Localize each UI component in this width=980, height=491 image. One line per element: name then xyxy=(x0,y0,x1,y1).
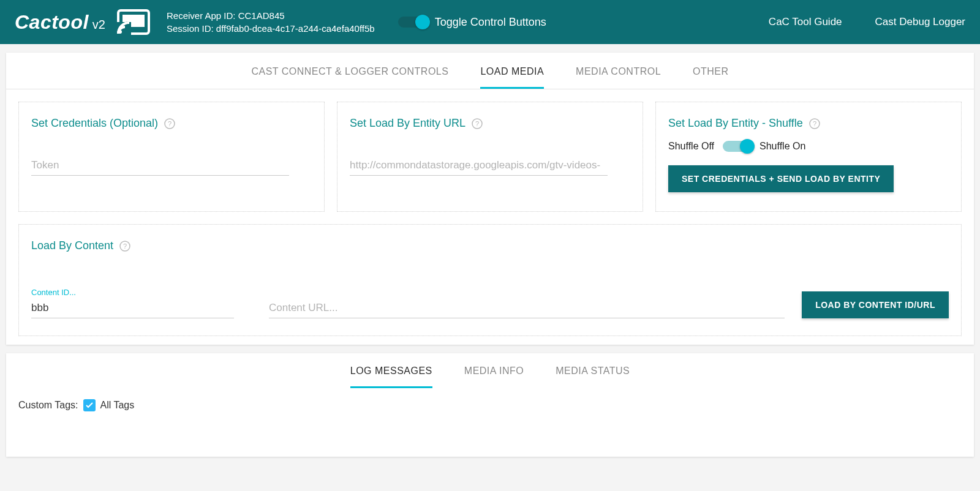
help-icon[interactable]: ? xyxy=(809,118,820,129)
cast-icon[interactable] xyxy=(116,9,151,36)
session-id-label: Session ID: xyxy=(167,23,214,34)
content-url-input[interactable] xyxy=(269,298,785,318)
card-set-credentials: Set Credentials (Optional) ? xyxy=(18,102,325,212)
svg-point-4 xyxy=(118,30,122,34)
tab-media-info[interactable]: MEDIA INFO xyxy=(464,365,524,388)
toggle-control-buttons-switch[interactable] xyxy=(398,17,426,28)
tab-cast-connect[interactable]: CAST CONNECT & LOGGER CONTROLS xyxy=(251,66,448,89)
cast-debug-logger-link[interactable]: Cast Debug Logger xyxy=(875,16,965,28)
load-by-content-button[interactable]: LOAD BY CONTENT ID/URL xyxy=(802,291,949,318)
receiver-id-label: Receiver App ID: xyxy=(167,10,236,21)
entity-url-input[interactable] xyxy=(350,156,608,176)
svg-text:?: ? xyxy=(475,120,479,127)
tab-media-status[interactable]: MEDIA STATUS xyxy=(556,365,630,388)
session-id-value: dff9fab0-dcea-4c17-a244-ca4efa40ff5b xyxy=(216,23,375,34)
log-panel: LOG MESSAGES MEDIA INFO MEDIA STATUS Cus… xyxy=(6,353,974,457)
all-tags-checkbox[interactable] xyxy=(83,399,96,411)
brand-version: v2 xyxy=(92,18,105,32)
shuffle-on-label: Shuffle On xyxy=(760,141,805,152)
help-icon[interactable]: ? xyxy=(119,241,130,252)
tab-other[interactable]: OTHER xyxy=(693,66,729,89)
card-title-load-by-content: Load By Content xyxy=(31,239,113,252)
shuffle-switch[interactable] xyxy=(723,141,751,152)
app-header: Cactool v2 Receiver App ID: CC1AD845 Ses… xyxy=(0,0,980,44)
cac-tool-guide-link[interactable]: CaC Tool Guide xyxy=(769,16,842,28)
tab-load-media[interactable]: LOAD MEDIA xyxy=(480,66,544,89)
content-id-input[interactable] xyxy=(31,298,234,318)
card-title-credentials: Set Credentials (Optional) xyxy=(31,117,158,130)
card-title-shuffle: Set Load By Entity - Shuffle xyxy=(668,117,803,130)
help-icon[interactable]: ? xyxy=(472,118,483,129)
receiver-id-value: CC1AD845 xyxy=(238,10,285,21)
main-panel: CAST CONNECT & LOGGER CONTROLS LOAD MEDI… xyxy=(6,53,974,345)
brand: Cactool v2 xyxy=(15,11,105,34)
svg-text:?: ? xyxy=(123,242,127,250)
svg-text:?: ? xyxy=(813,120,816,127)
card-load-by-content: Load By Content ? Content ID... LOAD BY … xyxy=(18,224,962,336)
brand-name: Cactool xyxy=(15,11,89,34)
logs-body: Custom Tags: All Tags xyxy=(6,388,974,448)
card-title-entity-url: Set Load By Entity URL xyxy=(350,117,466,130)
svg-text:?: ? xyxy=(168,120,172,127)
log-tabs: LOG MESSAGES MEDIA INFO MEDIA STATUS xyxy=(6,353,974,388)
content-id-float-label: Content ID... xyxy=(31,288,252,297)
main-tabs: CAST CONNECT & LOGGER CONTROLS LOAD MEDI… xyxy=(6,53,974,89)
shuffle-off-label: Shuffle Off xyxy=(668,141,714,152)
all-tags-label: All Tags xyxy=(100,400,135,411)
token-input[interactable] xyxy=(31,156,289,176)
tab-media-control[interactable]: MEDIA CONTROL xyxy=(576,66,661,89)
tab-log-messages[interactable]: LOG MESSAGES xyxy=(350,365,432,388)
send-load-by-entity-button[interactable]: SET CREDENTIALS + SEND LOAD BY ENTITY xyxy=(668,165,894,192)
card-entity-url: Set Load By Entity URL ? xyxy=(337,102,643,212)
session-info: Receiver App ID: CC1AD845 Session ID: df… xyxy=(167,9,375,35)
help-icon[interactable]: ? xyxy=(164,118,175,129)
toggle-control-buttons-label: Toggle Control Buttons xyxy=(435,16,546,29)
custom-tags-label: Custom Tags: xyxy=(18,400,78,411)
card-shuffle: Set Load By Entity - Shuffle ? Shuffle O… xyxy=(655,102,962,212)
